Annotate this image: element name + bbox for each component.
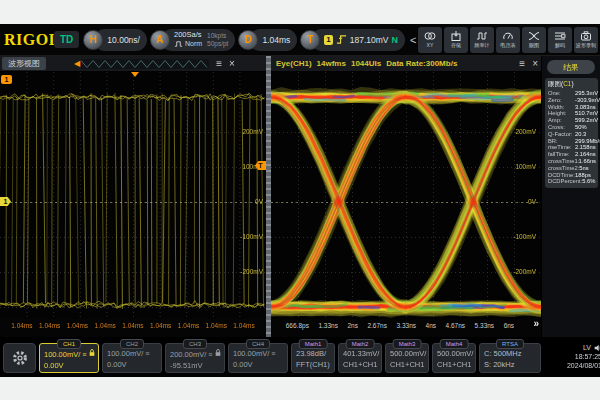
rtsa-center-freq: C: 500MHz [484, 348, 522, 359]
result-label: Amp: [548, 117, 575, 124]
delay-control[interactable]: D 1.04ms [238, 29, 297, 51]
eye-uis-count: 1044UIs [351, 59, 381, 68]
y-axis-label: 0V [502, 198, 536, 205]
trigger-status-badge: TD [54, 31, 79, 48]
memory-depth: 10kpts [207, 32, 228, 39]
result-label: Zero: [548, 97, 575, 104]
waveform-menu-icon[interactable]: ≡ [216, 58, 222, 69]
trigger-position-marker[interactable] [131, 72, 139, 77]
result-row: Cross:50% [548, 124, 596, 131]
eye-menu-icon[interactable]: ≡ [519, 58, 525, 69]
tool-label: 波形录制 [576, 43, 596, 49]
settings-button[interactable] [3, 343, 36, 373]
system-time: 18:57:25 [547, 352, 600, 361]
x-axis-label: 5.33ns [475, 322, 495, 329]
eye-diagram-display[interactable] [271, 72, 541, 319]
waveform-close-icon[interactable]: × [229, 58, 235, 69]
tool-storage[interactable]: 存储 [444, 27, 468, 53]
waveform-x-axis: 1.04ms1.04ms1.04ms1.04ms1.04ms1.04ms1.04… [0, 319, 266, 332]
channel-box-ch3[interactable]: CH3200.00mV/≡-95.51mV [165, 343, 225, 373]
math-box-math4[interactable]: Math4500.00mV/CH1+CH1 [432, 343, 476, 373]
result-value: 1.66ns [579, 158, 596, 165]
coupling-icon: ≡ [208, 349, 212, 360]
result-value: 599.2mV [575, 117, 598, 124]
result-value: 2.158ns [575, 144, 596, 151]
coupling-icon: ≡ [82, 349, 86, 360]
horizontal-scale-value: 10.00ns/ [107, 35, 140, 45]
result-value: 2.164ns [575, 151, 596, 158]
tool-dvm[interactable]: 电压表 [496, 27, 520, 53]
result-row: crossTime1:1.66ns [548, 158, 596, 165]
tool-label: 眼图 [529, 43, 539, 49]
trigger-sweep-mode: N [392, 35, 399, 45]
waveform-display[interactable] [0, 72, 266, 319]
xy-icon [424, 30, 436, 42]
tool-label: 解码 [555, 43, 565, 49]
math-box-math3[interactable]: Math3500.00mV/CH1+CH1 [385, 343, 429, 373]
rtsa-box[interactable]: RTSA C: 500MHz S: 20kHz [479, 343, 541, 373]
eye-wfms-count: 14wfms [317, 59, 346, 68]
x-axis-label: 4ns [426, 322, 436, 329]
lock-icon [214, 348, 222, 360]
eye-pane-header: Eye(CH1) 14wfms 1044UIs Data Rate:300Mb/… [271, 56, 541, 72]
waveform-preview-strip[interactable] [81, 59, 209, 69]
status-indicator: LV [583, 343, 591, 352]
math-box-math1[interactable]: Math123.98dB/FFT(CH1) [291, 343, 335, 373]
channel1-badge-marker[interactable]: 1 [1, 75, 12, 84]
channel-scale: 200.00mV/ [170, 349, 206, 360]
main-display: 波形视图 ◀ ≡ × 200mV100mV0V-100mV-200mV 1 1 … [0, 56, 600, 337]
result-label: crossTime2: [548, 165, 579, 172]
result-row: Amp:599.2mV [548, 117, 596, 124]
preview-arrow-icon[interactable]: ◀ [74, 59, 80, 68]
horizontal-scale-control[interactable]: H 10.00ns/ [83, 29, 147, 51]
math-tab: Math3 [393, 339, 422, 349]
eye-icon [528, 30, 540, 42]
channel-box-ch2[interactable]: CH2100.00mV/≡0.00V [102, 343, 162, 373]
result-label: BR: [548, 138, 575, 145]
channel-box-ch4[interactable]: CH4100.00mV/≡0.00V [228, 343, 288, 373]
tool-record[interactable]: 波形录制 [574, 27, 598, 53]
result-value: 510.7mV [575, 110, 598, 117]
result-label: Q-Factor: [548, 131, 575, 138]
d-knob-icon[interactable]: D [238, 30, 258, 50]
trigger-control[interactable]: T 1 187.10mV N [300, 29, 405, 51]
result-row: DCDTime:188ps [548, 172, 596, 179]
channel-scale-row: 100.00mV/≡ [44, 348, 98, 360]
x-axis-label: 1.04ms [67, 322, 88, 329]
lock-icon [88, 348, 96, 360]
toolbar-scroll-left[interactable]: < [408, 27, 418, 53]
math-scale: 500.00mV/ [390, 348, 428, 359]
tool-counter[interactable]: 频率计 [470, 27, 494, 53]
result-row: Zero:-303.9mV [548, 97, 596, 104]
tool-decode[interactable]: 解码 [548, 27, 572, 53]
channel-tab: CH2 [120, 339, 144, 349]
channel-box-ch1[interactable]: CH1100.00mV/≡0.00V [39, 343, 99, 373]
sample-rate: 200Sa/s [174, 31, 202, 40]
math-scale: 23.98dB/ [296, 348, 334, 359]
tool-xy[interactable]: XY [418, 27, 442, 53]
result-row: Height:510.7mV [548, 110, 596, 117]
waveform-pane-header: 波形视图 ◀ ≡ × [0, 56, 266, 72]
eye-close-icon[interactable]: × [532, 58, 538, 69]
tool-eye[interactable]: 眼图 [522, 27, 546, 53]
eye-results-panel[interactable]: 眼图(C1) One:295.3mVZero:-303.9mVWidth:3.0… [545, 78, 598, 188]
h-knob-icon[interactable]: H [83, 30, 103, 50]
x-axis-label: 1.33ns [318, 322, 338, 329]
result-value: 3.083ns [575, 104, 596, 111]
trigger-level-value: 187.10mV [350, 35, 389, 45]
result-row: crossTime2:5ns [548, 165, 596, 172]
result-label: DCDTime: [548, 172, 575, 179]
acquisition-control[interactable]: A 200Sa/s Norm 10kpts 50ps/pt [150, 29, 235, 51]
results-button[interactable]: 结果 [547, 60, 595, 74]
y-axis-label: 0V [229, 198, 263, 205]
x-axis-label: 1.04ms [39, 322, 60, 329]
rtsa-span: S: 20kHz [484, 359, 514, 370]
x-axis-label: 1.04ms [150, 322, 171, 329]
x-axis-label: 2ns [347, 322, 357, 329]
math-box-math2[interactable]: Math2401.33mV/CH1+CH1 [338, 343, 382, 373]
a-knob-icon[interactable]: A [150, 30, 170, 50]
t-knob-icon[interactable]: T [300, 30, 320, 50]
x-axis-label: 3.33ns [397, 322, 417, 329]
math-tab: Math1 [299, 339, 328, 349]
expand-menu-icon[interactable]: » [533, 318, 538, 329]
